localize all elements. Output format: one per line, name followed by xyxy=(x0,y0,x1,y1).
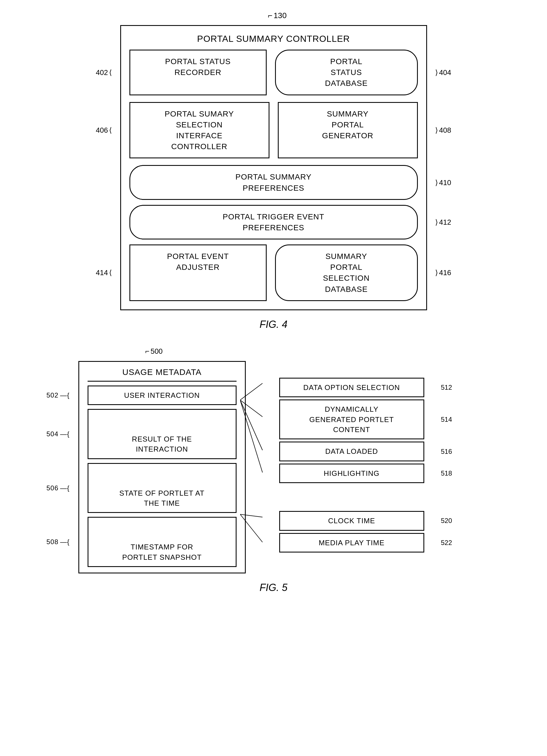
box-518-wrap: HIGHLIGHTING 518 xyxy=(279,464,424,483)
ref-506: 506 —{ xyxy=(47,483,70,493)
psc-title: PORTAL SUMMARY CONTROLLER xyxy=(129,31,418,50)
bracket-130: ⌐ xyxy=(268,11,272,20)
right-group2: CLOCK TIME 520 MEDIA PLAY TIME 522 xyxy=(279,511,424,553)
portal-event-adjuster: PORTAL EVENT ADJUSTER xyxy=(129,244,267,301)
result-interaction-row: 504 —{ RESULT OF THE INTERACTION xyxy=(88,409,236,459)
usage-metadata-box: USAGE METADATA 502 —{ USER INTERACTION xyxy=(78,361,246,573)
ref-522: 522 xyxy=(441,539,452,547)
usage-metadata-section: USAGE METADATA 502 —{ USER INTERACTION xyxy=(78,361,246,573)
media-play-time: MEDIA PLAY TIME xyxy=(279,533,424,553)
clock-time: CLOCK TIME xyxy=(279,511,424,530)
ref-408: ⟩ 408 xyxy=(435,126,451,134)
row-bottom: 414 ⟨ PORTAL EVENT ADJUSTER SUMMARY PORT… xyxy=(129,244,418,301)
portal-status-recorder: PORTAL STATUS RECORDER xyxy=(129,50,267,95)
summary-portal-generator: SUMMARY PORTAL GENERATOR xyxy=(278,102,418,159)
ref-130: ⌐ 130 xyxy=(268,11,287,20)
ref-402: 402 ⟨ xyxy=(96,68,112,77)
right-group1: DATA OPTION SELECTION 512 DYNAMICALLY GE… xyxy=(279,378,424,483)
ref-520: 520 xyxy=(441,517,452,525)
ref-414: 414 ⟨ xyxy=(96,268,112,277)
ref-516: 516 xyxy=(441,448,452,455)
ref-406: 406 ⟨ xyxy=(96,126,112,134)
right-groups: DATA OPTION SELECTION 512 DYNAMICALLY GE… xyxy=(279,361,424,553)
fig5-main: USAGE METADATA 502 —{ USER INTERACTION xyxy=(78,361,469,573)
fig4-container: ⌐ 130 PORTAL SUMMARY CONTROLLER 402 ⟨ PO… xyxy=(50,11,497,330)
row1: 402 ⟨ PORTAL STATUS RECORDER PORTAL STAT… xyxy=(129,50,418,95)
portal-trigger-event-preferences: PORTAL TRIGGER EVENT PREFERENCES xyxy=(129,205,418,239)
ref-416: ⟩ 416 xyxy=(435,268,451,277)
box-522-wrap: MEDIA PLAY TIME 522 xyxy=(279,533,424,553)
state-portlet-row: 506 —{ STATE OF PORTLET AT THE TIME xyxy=(88,463,236,513)
highlighting: HIGHLIGHTING xyxy=(279,464,424,483)
ref-502: 502 —{ xyxy=(47,391,70,400)
ref-404: ⟩ 404 xyxy=(435,68,451,77)
ref-514: 514 xyxy=(441,416,452,423)
row2: 406 ⟨ PORTAL SUMARY SELECTION INTERFACE … xyxy=(129,102,418,159)
box-516-wrap: DATA LOADED 516 xyxy=(279,442,424,461)
box-514-wrap: DYNAMICALLY GENERATED PORTLET CONTENT 51… xyxy=(279,399,424,439)
connector-svg xyxy=(240,361,279,584)
fig5-label: FIG. 5 xyxy=(50,582,497,593)
ref-410: ⟩ 410 xyxy=(435,178,451,187)
ref-412: ⟩ 412 xyxy=(435,218,451,226)
ref-508: 508 —{ xyxy=(47,537,70,547)
portal-status-database: PORTAL STATUS DATABASE xyxy=(275,50,418,95)
usage-metadata-title: USAGE METADATA xyxy=(88,367,236,382)
portal-summary-preferences: PORTAL SUMMARY PREFERENCES xyxy=(129,165,418,200)
box-520-wrap: CLOCK TIME 520 xyxy=(279,511,424,530)
data-option-selection: DATA OPTION SELECTION xyxy=(279,378,424,397)
summary-portal-selection-database: SUMMARY PORTAL SELECTION DATABASE xyxy=(275,244,418,301)
dynamically-generated-portlet: DYNAMICALLY GENERATED PORTLET CONTENT xyxy=(279,399,424,439)
fig4-label: FIG. 4 xyxy=(50,319,497,330)
pill-410-row: PORTAL SUMMARY PREFERENCES ⟩ 410 xyxy=(129,165,418,200)
ref-518: 518 xyxy=(441,469,452,477)
portal-summary-controller: PORTAL SUMMARY CONTROLLER 402 ⟨ PORTAL S… xyxy=(120,25,427,310)
box-512-wrap: DATA OPTION SELECTION 512 xyxy=(279,378,424,397)
data-loaded: DATA LOADED xyxy=(279,442,424,461)
ref-512: 512 xyxy=(441,384,452,391)
pill-412-row: PORTAL TRIGGER EVENT PREFERENCES ⟩ 412 xyxy=(129,205,418,239)
user-interaction-row: 502 —{ USER INTERACTION xyxy=(88,386,236,405)
timestamp-row: 508 —{ TIMESTAMP FOR PORTLET SNAPSHOT xyxy=(88,517,236,567)
ref-500: ⌐ 500 xyxy=(145,347,163,356)
portal-summary-selection-interface: PORTAL SUMARY SELECTION INTERFACE CONTRO… xyxy=(129,102,269,159)
ref-504: 504 —{ xyxy=(47,429,70,439)
fig5-container: ⌐ 500 USAGE METADATA 502 —{ USER INTERAC… xyxy=(50,347,497,593)
